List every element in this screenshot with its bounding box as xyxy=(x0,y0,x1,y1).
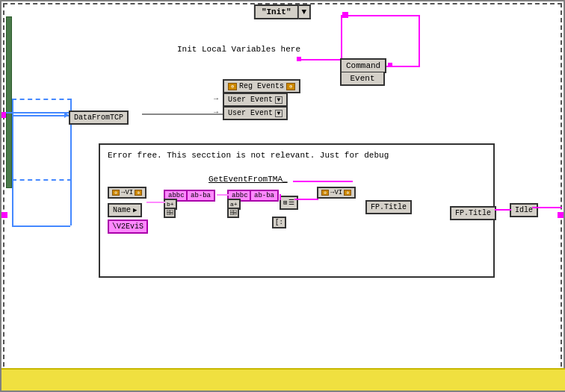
wire-fp-idle xyxy=(495,209,511,211)
init-text: Init Local Variables here xyxy=(177,45,300,54)
vi-block-left: ⊕ →VI ⊕ xyxy=(108,187,146,199)
arrow-blue-dftcp xyxy=(64,112,69,118)
event-box: Event xyxy=(340,72,385,86)
bracket-block: [: xyxy=(272,217,286,228)
blue-dashed-rect xyxy=(12,99,72,181)
left-connector-2 xyxy=(1,212,7,218)
wire-idle-right xyxy=(532,207,562,208)
user-event-box-2: User Event ▼ xyxy=(223,106,288,120)
user-event-label-2: User Event xyxy=(228,109,273,117)
wire-top-v-right xyxy=(419,15,420,67)
name-arrow: ▶ xyxy=(133,206,137,214)
reg-icon-left: ⊕ xyxy=(228,83,237,90)
ab-ba-block-1: ab-ba xyxy=(186,190,215,202)
blue-wire-v-1 xyxy=(12,99,13,225)
wire-getevent-h xyxy=(293,181,353,182)
reg-events-block: ⊕ Reg Events ⊕ xyxy=(223,79,300,93)
pink-wire-array-v xyxy=(280,194,281,200)
vi-icon-left-1: ⊕ xyxy=(112,190,120,196)
debug-box: Error free. This secction is not relevan… xyxy=(99,143,495,278)
bottom-strip xyxy=(1,368,565,391)
user-event-label-1: User Event xyxy=(228,96,273,104)
user-event-arrow-2[interactable]: ▼ xyxy=(275,110,282,117)
pink-wire-concat-h xyxy=(217,194,229,196)
fp-title-outer: FP.Title xyxy=(450,206,496,220)
idle-block: Idle xyxy=(510,203,538,217)
array-block: ⊞ ☰ xyxy=(280,196,298,210)
blue-wire-h-2 xyxy=(12,225,70,227)
green-left-border xyxy=(6,16,12,188)
array-label: ⊞ xyxy=(283,199,287,207)
vi-icon-right-2: ⊕ xyxy=(344,190,351,196)
blue-wire-h-1 xyxy=(12,115,69,116)
name-block: Name ▶ xyxy=(108,203,142,217)
pink-wire-array-h xyxy=(294,199,318,200)
right-connector-1 xyxy=(558,212,564,218)
user-event-arrow-1[interactable]: ▼ xyxy=(275,96,282,104)
get-event-label: GetEventFromTMA_ xyxy=(209,175,288,184)
vi-label-right: →VI xyxy=(330,189,342,196)
vi-block-right: ⊕ →VI ⊕ xyxy=(317,187,356,199)
arrow-regevent: → xyxy=(214,95,218,103)
name-label: Name xyxy=(113,206,131,214)
wire-top-h xyxy=(347,15,420,16)
main-canvas: "Init" ▼ Init Local Variables here Comma… xyxy=(0,0,565,392)
state-arrow[interactable]: ▼ xyxy=(299,4,312,19)
state-box: "Init" xyxy=(254,4,299,19)
concat-sub-2: ⌹⌸ xyxy=(227,208,239,218)
wire-init-h xyxy=(301,59,340,60)
ab-ba-block-2: ab-ba xyxy=(250,190,279,202)
vi-icon-left-2: ⊕ xyxy=(135,190,142,196)
pink-wire-name-h xyxy=(146,202,165,203)
vi-label-left: →VI xyxy=(121,189,133,196)
v2evis-block: \V2EviS xyxy=(108,220,148,234)
user-event-box-1: User Event ▼ xyxy=(223,93,288,107)
state-header: "Init" ▼ xyxy=(254,4,311,19)
arrow-dftcp: → xyxy=(214,108,218,116)
reg-icon-right: ⊕ xyxy=(286,83,295,90)
data-from-tcp: DataFromTCP xyxy=(69,111,129,125)
fp-title-label: FP.Title xyxy=(371,203,407,211)
wire-dftcp-h xyxy=(142,113,223,115)
vi-icon-right-1: ⊕ xyxy=(321,190,329,196)
wire-blue-to-dftcp xyxy=(6,112,69,113)
cmd-right-connector xyxy=(388,63,392,67)
concat-sub-1: ⌹⌸ xyxy=(164,208,176,218)
fp-title-block: FP.Title xyxy=(365,200,412,214)
reg-events-label: Reg Events xyxy=(239,82,284,90)
debug-label: Error free. This secction is not relevan… xyxy=(108,151,389,160)
command-box: Command xyxy=(340,58,386,73)
